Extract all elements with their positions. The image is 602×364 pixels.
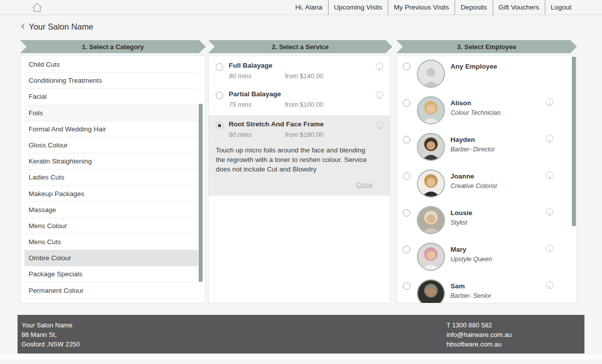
footer-phone: T 1300 880 582 xyxy=(446,320,512,330)
category-list: Child CutsConditioning TreatmentsFacialF… xyxy=(21,56,205,299)
employee-radio[interactable] xyxy=(403,246,410,253)
employee-role: Colour Technician xyxy=(450,109,501,116)
service-list: Full Balayage 90 mins from $140.00 Parti… xyxy=(209,56,390,196)
employee-item[interactable]: Any Employee xyxy=(397,57,576,93)
employee-scrollbar[interactable] xyxy=(572,57,576,226)
avatar xyxy=(417,169,445,198)
category-item-label: Ombre Colour xyxy=(29,254,71,262)
top-nav-menu: Hi, AlanaUpcoming VisitsMy Previous Visi… xyxy=(290,0,577,15)
category-item-label: Gloss Colour xyxy=(29,141,68,149)
category-item-label: Package Specials xyxy=(29,270,82,278)
top-nav-item[interactable]: Deposits xyxy=(455,0,493,15)
service-radio[interactable] xyxy=(216,63,223,71)
employee-panel: Any Employee Alison Colour Technician xyxy=(396,55,577,303)
category-item[interactable]: Ombre Colour xyxy=(25,250,198,266)
category-item[interactable]: Makeup Packages xyxy=(25,186,198,202)
category-item[interactable]: Foils xyxy=(25,105,198,121)
employee-item[interactable]: Lousie Stylist xyxy=(397,203,576,240)
info-icon[interactable] xyxy=(376,121,383,129)
step-banner-service-label: 2. Select a Service xyxy=(272,43,329,51)
employee-radio[interactable] xyxy=(403,282,410,290)
employee-item[interactable]: Sam Barber- Senior xyxy=(397,276,576,303)
footer-website: hbsoftware.com.au xyxy=(446,339,512,349)
info-icon[interactable] xyxy=(376,63,383,70)
back-chevron-icon[interactable]: ‹ xyxy=(21,21,25,33)
category-item-label: Massage xyxy=(29,206,56,214)
top-nav-item[interactable]: Upcoming Visits xyxy=(328,0,388,15)
info-icon[interactable] xyxy=(546,98,553,106)
service-panel: Full Balayage 90 mins from $140.00 Parti… xyxy=(208,55,390,303)
category-item[interactable]: Mens Colour xyxy=(25,218,198,234)
close-link[interactable]: Close xyxy=(356,181,373,189)
employee-item[interactable]: Mary Upstyle Queen xyxy=(397,240,576,276)
employee-name: Sam xyxy=(450,282,465,290)
category-item[interactable]: Keratin Straightening xyxy=(25,153,198,169)
top-nav-item[interactable]: My Previous Visits xyxy=(388,0,455,15)
employee-item[interactable]: Hayden Barber- Director xyxy=(397,130,576,166)
employee-radio[interactable] xyxy=(403,99,410,107)
footer-street: 86 Mann St, xyxy=(22,330,80,339)
page-title: Your Salon Name xyxy=(29,22,93,32)
footer-email: info@hairware.com.au xyxy=(446,330,512,339)
category-item[interactable]: Ladies Cuts xyxy=(25,169,198,186)
employee-name: Alison xyxy=(450,99,471,107)
category-item[interactable]: Formal And Wedding Hair xyxy=(25,121,198,137)
service-price: from $140.00 xyxy=(285,72,324,80)
employee-radio[interactable] xyxy=(403,172,410,180)
info-icon[interactable] xyxy=(546,281,553,289)
service-details: Touch up micro foils around the face and… xyxy=(216,145,373,189)
top-nav-item[interactable]: Gift Vouchers xyxy=(493,0,545,15)
category-item[interactable]: Package Specials xyxy=(25,266,198,282)
info-icon[interactable] xyxy=(546,208,553,216)
service-item[interactable]: Full Balayage 90 mins from $140.00 xyxy=(209,57,390,85)
footer-salon-name: Your Salon Name xyxy=(22,320,80,330)
category-item-label: Facial xyxy=(29,93,47,100)
service-radio[interactable] xyxy=(216,122,223,129)
employee-radio[interactable] xyxy=(403,136,410,143)
top-nav-item[interactable]: Hi, Alana xyxy=(290,0,328,15)
category-item-label: Ladies Cuts xyxy=(29,173,64,181)
employee-name: Mary xyxy=(450,246,467,253)
footer-contact: T 1300 880 582 info@hairware.com.au hbso… xyxy=(446,320,512,349)
info-icon[interactable] xyxy=(546,135,553,142)
footer: Your Salon Name 86 Mann St, Gosford ,NSW… xyxy=(18,315,584,353)
category-item-label: Child Cuts xyxy=(29,61,60,68)
category-item-label: Foils xyxy=(29,109,43,117)
avatar xyxy=(417,133,445,161)
category-item-label: Mens Colour xyxy=(29,222,67,230)
category-item[interactable]: Mens Cuts xyxy=(25,234,198,250)
category-item-label: Keratin Straightening xyxy=(29,157,92,165)
employee-radio[interactable] xyxy=(403,63,410,70)
employee-list: Any Employee Alison Colour Technician xyxy=(397,56,576,303)
top-nav-item[interactable]: Logout xyxy=(545,0,577,15)
category-item[interactable]: Gloss Colour xyxy=(25,137,198,153)
category-item-label: Mens Cuts xyxy=(29,238,61,246)
service-description: Touch up micro foils around the face and… xyxy=(216,145,373,174)
category-scrollbar[interactable] xyxy=(199,104,203,282)
step-banner-employee: 3. Select Employee xyxy=(396,40,577,53)
service-item[interactable]: Root Stretch And Face Frame 60 mins from… xyxy=(209,115,390,196)
service-radio[interactable] xyxy=(216,92,223,99)
employee-role: Upstyle Queen xyxy=(450,256,492,263)
category-item[interactable]: Facial xyxy=(25,89,198,105)
category-item[interactable]: Conditioning Treatments xyxy=(25,73,198,89)
employee-item[interactable]: Alison Colour Technician xyxy=(397,93,576,130)
service-price: from $100.00 xyxy=(285,101,324,108)
category-panel: Child CutsConditioning TreatmentsFacialF… xyxy=(20,55,206,303)
employee-role: Barber- Director xyxy=(450,146,495,153)
home-icon[interactable] xyxy=(31,2,43,14)
info-icon[interactable] xyxy=(546,245,553,252)
category-item[interactable]: Permanent Colour xyxy=(25,283,198,299)
step-banner-category: 1. Select a Category xyxy=(20,40,206,53)
info-icon[interactable] xyxy=(546,171,553,179)
info-icon[interactable] xyxy=(376,91,383,99)
category-item-label: Conditioning Treatments xyxy=(29,77,102,84)
service-item[interactable]: Partial Balayage 75 mins from $100.00 xyxy=(209,85,390,114)
category-item[interactable]: Massage xyxy=(25,202,198,218)
employee-radio[interactable] xyxy=(403,209,410,217)
step-banner-service: 2. Select a Service xyxy=(208,40,392,53)
employee-item[interactable]: Joanne Creative Colorist xyxy=(397,166,576,203)
bottom-strip xyxy=(0,354,602,359)
category-item[interactable]: Child Cuts xyxy=(25,57,198,73)
category-item-label: Makeup Packages xyxy=(29,190,84,198)
